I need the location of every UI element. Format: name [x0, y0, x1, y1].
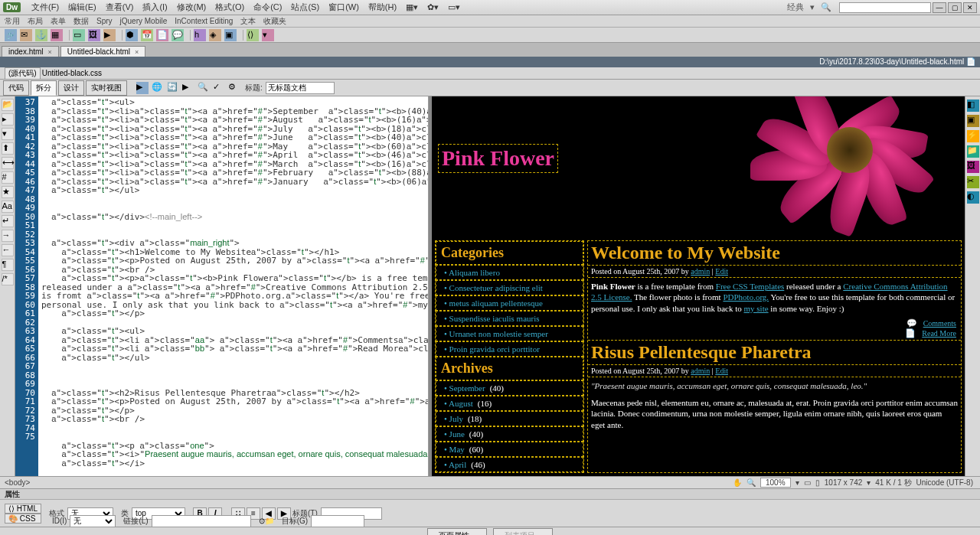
balance-icon[interactable]: ⟷: [2, 157, 14, 169]
menu-help[interactable]: 帮助(H): [368, 2, 397, 13]
title-input[interactable]: [266, 82, 335, 94]
tb-fav[interactable]: 收藏夹: [263, 16, 286, 27]
css-panel-icon[interactable]: ◧: [967, 99, 979, 112]
select-parent-icon[interactable]: ⬆: [2, 142, 14, 155]
icon-head[interactable]: h: [194, 29, 206, 41]
options-icon[interactable]: ⚙: [228, 82, 240, 94]
icon-script[interactable]: ◈: [209, 29, 221, 41]
tb-layout[interactable]: 布局: [28, 16, 43, 27]
code-editor[interactable]: a">class="t"><ul> a">class="t"><li>a">cl…: [38, 96, 429, 476]
category-item[interactable]: metus aliquam pellentesque: [436, 295, 583, 311]
icon-template[interactable]: ▣: [224, 29, 237, 41]
id-select[interactable]: 无: [70, 515, 116, 527]
search-input[interactable]: [839, 2, 931, 13]
workspace-label[interactable]: 经典: [787, 2, 804, 13]
open-docs-icon[interactable]: 📂: [2, 99, 14, 111]
comment-icon[interactable]: /*: [2, 273, 14, 285]
category-item[interactable]: Aliquam libero: [436, 265, 583, 280]
menu-window[interactable]: 窗口(W): [328, 2, 359, 13]
comments-link[interactable]: Comments: [923, 319, 956, 328]
close-icon[interactable]: ×: [135, 48, 139, 56]
page-props-button[interactable]: 页面属性...: [427, 528, 487, 536]
category-item[interactable]: Suspendisse iaculis mauris: [436, 311, 583, 326]
view-split[interactable]: 拆分: [31, 80, 57, 96]
html-mode[interactable]: ⟨⟩ HTML: [5, 504, 41, 514]
close-icon[interactable]: ×: [48, 48, 52, 56]
design-preview[interactable]: Pink Flower Categories Aliquam liberoCon…: [429, 96, 965, 476]
line-num-icon[interactable]: #: [2, 171, 14, 184]
wrap-icon[interactable]: ↵: [2, 215, 14, 227]
tb-text[interactable]: 文本: [240, 16, 256, 27]
icon-hyperlink[interactable]: 🔗: [5, 29, 17, 41]
icon-div[interactable]: ▭: [73, 29, 85, 41]
admin-link[interactable]: admin: [691, 267, 710, 276]
tb-spry[interactable]: Spry: [96, 17, 113, 25]
archive-item[interactable]: August(16): [436, 396, 583, 411]
category-item[interactable]: Proin gravida orci porttitor: [436, 341, 583, 357]
site-icon[interactable]: ▭▾: [448, 2, 460, 12]
live-code-icon[interactable]: ▶: [136, 82, 149, 94]
link-field[interactable]: [152, 515, 251, 527]
nav-icon[interactable]: ▶: [182, 82, 194, 94]
zoom-drop-icon[interactable]: ▾: [795, 478, 799, 487]
maximize-button[interactable]: ▢: [948, 2, 962, 13]
transitions-icon[interactable]: ◐: [967, 191, 979, 204]
view-design[interactable]: 设计: [58, 80, 84, 96]
edit-link[interactable]: Edit: [715, 367, 728, 375]
expand-icon[interactable]: ▾: [2, 128, 14, 140]
properties-header[interactable]: 属性: [0, 488, 980, 499]
category-item[interactable]: Urnanet non molestie semper: [436, 326, 583, 341]
icon-ssi[interactable]: 📄: [156, 29, 168, 41]
size-icon2[interactable]: ▯: [815, 478, 820, 487]
ap-panel-icon[interactable]: ▣: [967, 115, 979, 127]
format-icon[interactable]: ¶: [2, 259, 14, 271]
bus-cat-icon[interactable]: ⚡: [967, 130, 979, 142]
inspect-icon[interactable]: 🔍: [198, 82, 210, 94]
icon-email[interactable]: ✉: [20, 29, 32, 41]
check-icon[interactable]: ✓: [213, 82, 225, 94]
icon-date[interactable]: 📅: [141, 29, 153, 41]
outdent-icon[interactable]: ←: [2, 244, 14, 256]
readmore-link[interactable]: Read More: [922, 329, 956, 338]
fct-link[interactable]: Free CSS Templates: [716, 282, 784, 291]
tab-index[interactable]: index.html×: [2, 46, 59, 57]
archive-item[interactable]: September(40): [436, 380, 583, 396]
category-item[interactable]: Consectetuer adipiscing elit: [436, 280, 583, 295]
close-button[interactable]: ✕: [963, 2, 977, 13]
list-items-button[interactable]: 列表项目...: [493, 528, 553, 536]
icon-more[interactable]: ▾: [262, 29, 274, 41]
files-panel-icon[interactable]: 📁: [967, 145, 979, 158]
tag-selector[interactable]: <body>: [5, 478, 30, 487]
link-point-icon[interactable]: ⊙: [259, 517, 265, 525]
admin-link[interactable]: admin: [691, 367, 710, 375]
tb-common[interactable]: 常用: [5, 16, 20, 27]
extension-icon[interactable]: ✿▾: [427, 2, 439, 12]
icon-image[interactable]: 🖼: [88, 29, 100, 41]
tb-incontext[interactable]: InContext Editing: [175, 17, 233, 25]
icon-table[interactable]: ▦: [51, 29, 63, 41]
zoom-level[interactable]: 100%: [760, 478, 791, 488]
window-size[interactable]: 1017 x 742: [825, 478, 863, 487]
layout-icon[interactable]: ▦▾: [406, 2, 418, 12]
tb-jquery[interactable]: jQuery Mobile: [120, 17, 168, 25]
source-code-btn[interactable]: (源代码): [5, 67, 41, 80]
globe-icon[interactable]: 🌐: [152, 82, 164, 94]
hand-tool-icon[interactable]: ✋: [733, 478, 742, 487]
refresh-icon[interactable]: 🔄: [167, 82, 179, 94]
menu-modify[interactable]: 修改(M): [177, 2, 207, 13]
view-live[interactable]: 实时视图: [86, 80, 127, 96]
tb-data[interactable]: 数据: [74, 16, 89, 27]
minimize-button[interactable]: —: [933, 2, 946, 13]
menu-file[interactable]: 文件(F): [31, 2, 59, 13]
workspace-drop-icon[interactable]: ▾: [810, 2, 815, 12]
menu-format[interactable]: 格式(O): [215, 2, 244, 13]
tb-form[interactable]: 表单: [51, 16, 66, 27]
pdphoto-link[interactable]: PDPhoto.org.: [723, 292, 769, 302]
archive-item[interactable]: May(60): [436, 442, 583, 457]
snippets-icon[interactable]: ✂: [967, 176, 979, 188]
icon-tag[interactable]: ⟨⟩: [247, 29, 259, 41]
related-css[interactable]: Untitled-black.css: [42, 69, 102, 77]
menu-edit[interactable]: 编辑(E): [68, 2, 96, 13]
zoom-tool-icon[interactable]: 🔍: [746, 478, 756, 487]
archive-item[interactable]: July(18): [436, 411, 583, 426]
